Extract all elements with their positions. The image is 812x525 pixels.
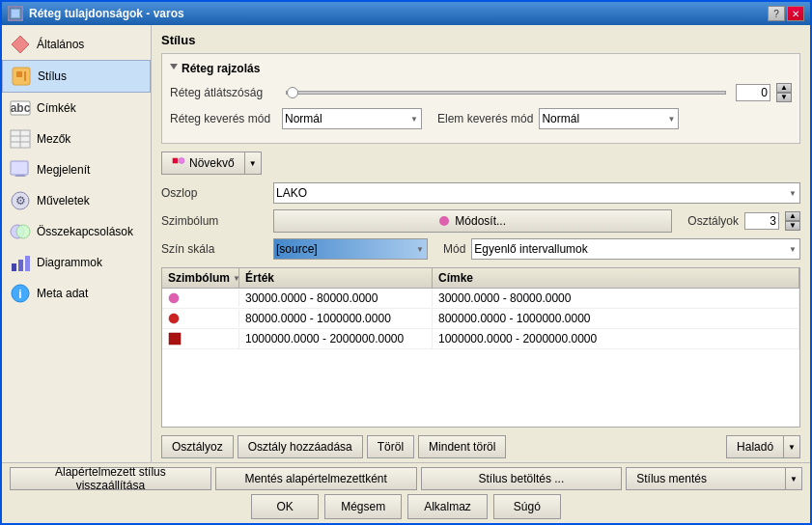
general-icon: [10, 34, 31, 55]
reset-style-button[interactable]: Alapértelmezett stílus visszaállítása: [10, 467, 211, 490]
class-action-buttons: Osztályoz Osztály hozzáadása Töröl Minde…: [161, 435, 800, 458]
mode-label: Mód: [443, 242, 465, 256]
joins-icon: [10, 221, 31, 242]
symbol-label: Szimbólum: [161, 214, 267, 228]
sidebar-item-style[interactable]: Stílus: [2, 60, 151, 93]
save-default-button[interactable]: Mentés alapértelmezettként: [215, 467, 417, 490]
classes-label: Osztályok: [687, 214, 739, 228]
close-button[interactable]: ✕: [787, 6, 804, 21]
fields-icon: [10, 128, 31, 150]
save-style-button-split: Stílus mentés ▼: [626, 467, 802, 490]
classification-table: Szimbólum ▼ Érték Címke: [161, 267, 800, 428]
mode-select[interactable]: Egyenlő intervallumok Kvantilesek: [471, 238, 800, 260]
table-cell-value-1: 80000.0000 - 1000000.0000: [239, 309, 433, 328]
sidebar-item-diagrams[interactable]: Diagrammok: [2, 247, 151, 278]
svg-point-24: [179, 158, 184, 164]
blend-mode-select[interactable]: Normál Multiply Screen: [282, 108, 422, 129]
table-header-symbol: Szimbólum ▼: [162, 268, 239, 288]
transparency-slider-thumb[interactable]: [287, 87, 298, 98]
color-scale-row: Szín skála [source] Mód Egyenlő interval…: [161, 238, 800, 260]
display-icon: [10, 159, 31, 180]
svg-rect-27: [169, 333, 181, 345]
color-scale-select-container: [source]: [273, 238, 428, 260]
blend-mode-row: Réteg keverés mód Normál Multiply Screen…: [170, 108, 792, 129]
transparency-value-input[interactable]: [736, 84, 770, 101]
sidebar-item-labels[interactable]: abc Címkék: [2, 93, 151, 124]
delete-button[interactable]: Töröl: [367, 435, 414, 458]
color-scale-select[interactable]: [source]: [273, 238, 428, 260]
svg-rect-18: [12, 263, 16, 271]
sidebar-item-operations[interactable]: ⚙ Műveletek: [2, 185, 151, 216]
transparency-spinner: ▲ ▼: [776, 83, 792, 102]
column-label: Oszlop: [161, 186, 267, 200]
row-value-2: 1000000.0000 - 2000000.0000: [245, 332, 404, 345]
transparency-slider-track[interactable]: [286, 91, 726, 95]
symbol-preview-dot: [439, 216, 449, 226]
help-footer-button[interactable]: Súgó: [493, 494, 561, 519]
renderer-dropdown-button[interactable]: ▼: [245, 152, 262, 175]
row-symbol-icon-2: [168, 332, 182, 345]
section-title: Stílus: [161, 33, 800, 47]
table-header-symbol-label: Szimbólum: [168, 271, 230, 285]
main-content: Általános Stílus abc Címkék Mezők: [2, 25, 810, 462]
svg-marker-2: [12, 36, 29, 53]
modify-button-label: Módosít...: [455, 214, 506, 228]
advanced-dropdown-button[interactable]: ▼: [784, 435, 800, 458]
titlebar: Réteg tulajdonságok - varos ? ✕: [2, 2, 810, 25]
classes-spinner-up[interactable]: ▲: [785, 211, 800, 221]
delete-all-button[interactable]: Mindent töröl: [418, 435, 506, 458]
elem-blend-select[interactable]: Normál Multiply: [539, 108, 679, 129]
save-style-dropdown-button[interactable]: ▼: [786, 467, 802, 490]
help-button[interactable]: ?: [768, 6, 785, 21]
mode-select-container: Egyenlő intervallumok Kvantilesek: [471, 238, 800, 260]
table-cell-value-0: 30000.0000 - 80000.0000: [239, 289, 433, 308]
row-label-2: 1000000.0000 - 2000000.0000: [438, 332, 597, 345]
elem-blend-label: Elem keverés mód: [437, 112, 533, 125]
metadata-icon: i: [10, 283, 31, 304]
column-row: Oszlop LAKO: [161, 182, 800, 204]
transparency-spinner-up[interactable]: ▲: [776, 83, 792, 93]
sidebar-item-display[interactable]: Megjelenít: [2, 154, 151, 185]
transparency-row: Réteg átlátszóság ▲ ▼: [170, 83, 792, 102]
renderer-button-split: Növekvő ▼: [161, 152, 262, 175]
load-style-button[interactable]: Stílus betöltés ...: [421, 467, 623, 490]
advanced-button[interactable]: Haladó: [726, 435, 784, 458]
sidebar-item-fields[interactable]: Mezők: [2, 124, 151, 154]
sidebar-item-metadata[interactable]: i Meta adat: [2, 278, 151, 309]
renderer-main-button[interactable]: Növekvő: [161, 152, 245, 175]
table-header-value: Érték: [239, 268, 433, 288]
sidebar-item-joins[interactable]: Összekapcsolások: [2, 216, 151, 247]
color-scale-label: Szín skála: [161, 242, 267, 256]
classify-button[interactable]: Osztályoz: [161, 435, 234, 458]
cancel-button[interactable]: Mégsem: [324, 494, 402, 519]
sidebar-item-general[interactable]: Általános: [2, 29, 151, 60]
row-symbol-icon-1: [168, 313, 180, 324]
sidebar: Általános Stílus abc Címkék Mezők: [2, 25, 152, 462]
transparency-spinner-down[interactable]: ▼: [776, 93, 792, 102]
symbol-modify-button[interactable]: Módosít...: [273, 209, 672, 233]
ok-button[interactable]: OK: [251, 494, 319, 519]
style-icon: [11, 66, 32, 87]
column-select[interactable]: LAKO: [273, 182, 800, 204]
content-area: Stílus Réteg rajzolás Réteg átlátszóság …: [152, 25, 810, 462]
sidebar-label-diagrams: Diagrammok: [37, 256, 102, 269]
svg-rect-5: [24, 71, 26, 81]
table-row[interactable]: 30000.0000 - 80000.0000 30000.0000 - 800…: [162, 289, 799, 309]
collapse-triangle-icon[interactable]: [170, 64, 178, 73]
table-empty-space: [162, 349, 799, 427]
sidebar-label-general: Általános: [37, 38, 84, 51]
table-row[interactable]: 1000000.0000 - 2000000.0000 1000000.0000…: [162, 329, 799, 349]
add-class-button[interactable]: Osztály hozzáadása: [238, 435, 363, 458]
sidebar-label-joins: Összekapcsolások: [37, 225, 133, 238]
sidebar-label-operations: Műveletek: [37, 194, 90, 207]
footer-row-2: OK Mégsem Alkalmaz Súgó: [10, 494, 802, 519]
table-row[interactable]: 80000.0000 - 1000000.0000 800000.0000 - …: [162, 309, 799, 329]
apply-button[interactable]: Alkalmaz: [407, 494, 488, 519]
save-style-button[interactable]: Stílus mentés: [626, 467, 786, 490]
column-select-container: LAKO: [273, 182, 800, 204]
svg-rect-12: [11, 161, 28, 175]
classes-spinner-down[interactable]: ▼: [785, 221, 800, 231]
subsection-header: Réteg rajzolás: [170, 62, 792, 75]
svg-marker-13: [14, 175, 26, 177]
classes-input[interactable]: [744, 212, 779, 230]
